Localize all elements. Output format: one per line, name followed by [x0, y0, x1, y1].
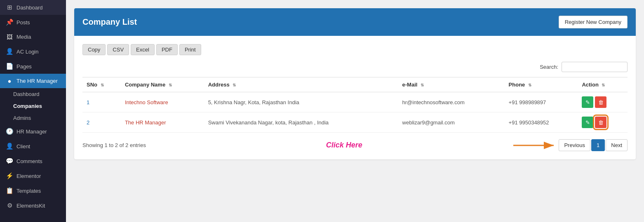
sidebar-label-elementskit: ElementsKit: [16, 203, 45, 209]
card-body: Copy CSV Excel PDF Print Search: SNo ⇅ C…: [74, 36, 636, 159]
pagination: Previous 1 Next: [559, 139, 628, 151]
arrow-annotation: [509, 137, 559, 154]
sidebar-label-templates: Templates: [16, 188, 41, 194]
cell-email: hr@intechnosoftware.com: [398, 92, 505, 112]
cell-address: 5, Krishna Nagr, Kota, Rajasthan India: [204, 92, 398, 112]
previous-button[interactable]: Previous: [559, 139, 590, 151]
excel-button[interactable]: Excel: [131, 44, 155, 55]
client-icon: 👤: [6, 143, 13, 150]
cell-sno: 2: [82, 112, 121, 133]
sidebar-item-media[interactable]: 🖼 Media: [0, 30, 66, 44]
sidebar: ⊞ Dashboard 📌 Posts 🖼 Media 👤 AC Login 📄…: [0, 0, 66, 222]
delete-button[interactable]: 🗑: [595, 96, 606, 108]
dashboard-icon: ⊞: [6, 4, 13, 11]
col-email: e-Mail ⇅: [398, 77, 505, 92]
sidebar-item-comments[interactable]: 💬 Comments: [0, 154, 66, 168]
edit-button[interactable]: ✎: [582, 117, 593, 128]
page-1-button[interactable]: 1: [591, 139, 605, 151]
table-row: 1 Intechno Software 5, Krishna Nagr, Kot…: [82, 92, 628, 112]
sidebar-item-elementor[interactable]: ⚡ Elementor: [0, 168, 66, 183]
card-header: Company List Register New Company: [74, 8, 636, 36]
cell-action: ✎ 🗑: [578, 112, 628, 133]
elementor-icon: ⚡: [6, 172, 13, 180]
sidebar-label-hr-manager: The HR Manager: [16, 78, 58, 84]
print-button[interactable]: Print: [179, 44, 201, 55]
register-new-company-button[interactable]: Register New Company: [559, 16, 628, 28]
col-phone: Phone ⇅: [505, 77, 578, 92]
sidebar-item-pages[interactable]: 📄 Pages: [0, 59, 66, 74]
next-button[interactable]: Next: [606, 139, 628, 151]
sidebar-item-hr-manager[interactable]: ● The HR Manager: [0, 74, 66, 88]
aclogin-icon: 👤: [6, 48, 13, 55]
elementskit-icon: ⚙: [6, 202, 13, 209]
edit-button[interactable]: ✎: [582, 96, 593, 108]
col-address: Address ⇅: [204, 77, 398, 92]
click-here-annotation: Click Here: [326, 141, 362, 150]
sidebar-sub-label-admins: Admins: [13, 115, 31, 121]
sidebar-item-client[interactable]: 👤 Client: [0, 139, 66, 154]
sidebar-label-elementor: Elementor: [16, 173, 41, 179]
delete-button[interactable]: 🗑: [595, 117, 606, 128]
sidebar-label-ac-login: AC Login: [16, 49, 38, 55]
copy-button[interactable]: Copy: [82, 44, 106, 55]
table-row: 2 The HR Manager Swami Vivekananda Nagar…: [82, 112, 628, 133]
company-list-card: Company List Register New Company Copy C…: [74, 8, 636, 159]
search-input[interactable]: [562, 62, 628, 72]
cell-address: Swami Vivekananda Nagar, kota, Rajasthan…: [204, 112, 398, 133]
sidebar-label-comments: Comments: [16, 158, 42, 164]
sidebar-item-dashboard[interactable]: ⊞ Dashboard: [0, 0, 66, 15]
sidebar-sub-label-companies: Companies: [13, 103, 42, 109]
sidebar-item-posts[interactable]: 📌 Posts: [0, 15, 66, 30]
showing-text: Showing 1 to 2 of 2 entries: [82, 142, 146, 148]
col-sno: SNo ⇅: [82, 77, 121, 92]
cell-action: ✎ 🗑: [578, 92, 628, 112]
sidebar-sub-admins[interactable]: Admins: [0, 112, 66, 124]
sidebar-item-elementskit[interactable]: ⚙ ElementsKit: [0, 198, 66, 213]
annotation-area: Click Here: [146, 141, 559, 150]
pdf-button[interactable]: PDF: [156, 44, 178, 55]
search-label: Search:: [540, 64, 558, 70]
comments-icon: 💬: [6, 157, 13, 165]
company-table: SNo ⇅ Company Name ⇅ Address ⇅ e-Mail ⇅ …: [82, 77, 628, 133]
pages-icon: 📄: [6, 63, 13, 70]
cell-phone: +91 998989897: [505, 92, 578, 112]
templates-icon: 📋: [6, 187, 13, 194]
sidebar-label-dashboard: Dashboard: [16, 5, 43, 11]
hrmanagersub-icon: 🕐: [6, 128, 13, 135]
export-buttons-group: Copy CSV Excel PDF Print: [82, 44, 628, 55]
cell-sno: 1: [82, 92, 121, 112]
media-icon: 🖼: [6, 33, 13, 40]
col-action: Action ⇅: [578, 77, 628, 92]
sidebar-sub-dashboard[interactable]: Dashboard: [0, 88, 66, 100]
col-company-name: Company Name ⇅: [121, 77, 204, 92]
sidebar-item-ac-login[interactable]: 👤 AC Login: [0, 44, 66, 59]
cell-company-name: Intechno Software: [121, 92, 204, 112]
cell-company-name: The HR Manager: [121, 112, 204, 133]
sidebar-label-posts: Posts: [16, 19, 30, 26]
csv-button[interactable]: CSV: [107, 44, 129, 55]
sidebar-item-hr-manager-sub[interactable]: 🕐 HR Manager: [0, 124, 66, 139]
sidebar-sub-label-dashboard: Dashboard: [13, 91, 40, 97]
cell-email: weblizar9@gmail.com: [398, 112, 505, 133]
sidebar-sub-companies[interactable]: Companies: [0, 100, 66, 112]
table-footer: Showing 1 to 2 of 2 entries Click Here: [82, 139, 628, 151]
page-title: Company List: [82, 17, 137, 27]
table-controls: Search:: [82, 62, 628, 72]
sidebar-label-pages: Pages: [16, 63, 32, 70]
sidebar-label-client: Client: [16, 143, 30, 150]
sidebar-label-media: Media: [16, 34, 31, 40]
main-content: Company List Register New Company Copy C…: [66, 0, 644, 222]
sidebar-label-hr-manager-sub: HR Manager: [16, 129, 47, 135]
posts-icon: 📌: [6, 19, 13, 26]
sidebar-item-templates[interactable]: 📋 Templates: [0, 183, 66, 198]
hrmanager-icon: ●: [6, 77, 13, 84]
cell-phone: +91 9950348952: [505, 112, 578, 133]
